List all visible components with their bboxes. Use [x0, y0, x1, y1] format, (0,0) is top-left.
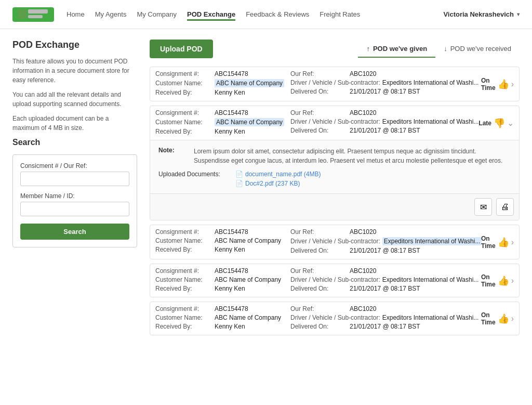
our-ref-key: Our Ref: [290, 109, 348, 116]
our-ref-val: ABC1020 [350, 305, 376, 312]
chevron-down-icon: ▾ [517, 11, 520, 17]
delivered-key: Delivered On: [290, 127, 348, 134]
nav-pod[interactable]: POD Exchange [187, 8, 235, 21]
customer-val: ABC Name of Company [215, 79, 284, 87]
customer-val: ABC Name of Company [215, 118, 284, 126]
customer-val: ABC Name of Company [215, 237, 281, 244]
delivered-val: 21/01/2017 @ 08:17 BST [350, 285, 420, 292]
record-left: Consignment #: ABC154478 Customer Name: … [155, 70, 290, 98]
consignment-label: Consicment # / Our Ref: [20, 162, 129, 169]
record-card: Consignment #: ABC154478 Customer Name: … [150, 225, 520, 259]
delivered-key: Delivered On: [290, 285, 348, 292]
page-content: POD Exchange This feature allows you to … [0, 29, 532, 350]
our-ref-val: ABC1020 [350, 267, 376, 275]
docs-row: Uploaded Documents: 📄 document_name.pdf … [158, 171, 511, 187]
record-row: Consignment #: ABC154478 Customer Name: … [150, 106, 519, 140]
sidebar: POD Exchange This feature allows you to … [12, 40, 137, 339]
record-right: Our Ref: ABC1020 Driver / Vehicle / Sub-… [290, 70, 483, 98]
consignment-key: Consignment #: [155, 109, 212, 116]
nav-agents[interactable]: My Agents [95, 8, 127, 21]
customer-val: ABC Name of Company [215, 314, 281, 321]
email-button[interactable]: ✉ [474, 198, 492, 216]
our-ref-val: ABC1020 [350, 70, 376, 77]
thumbs-up-icon: 👍 [498, 313, 509, 324]
sidebar-title: POD Exchange [12, 40, 137, 50]
sidebar-desc-3: Each uploaded document can be a maximum … [12, 114, 137, 133]
thumbs-down-icon: 👎 [494, 117, 505, 129]
docs-links: 📄 document_name.pdf (4MB) 📄 Doc#2.pdf (2… [235, 171, 321, 187]
tab-buttons: ↑ POD we've given ↓ POD we've received [358, 41, 520, 58]
record-left: Consignment #: ABC154478 Customer Name: … [155, 228, 290, 256]
action-bar: ✉ 🖨 [150, 193, 519, 220]
print-button[interactable]: 🖨 [496, 198, 514, 216]
member-label: Member Name / ID: [20, 192, 129, 200]
our-ref-key: Our Ref: [290, 267, 348, 275]
consignment-val: ABC154478 [215, 267, 248, 275]
record-status: Late 👎 ⌄ [483, 109, 514, 137]
nav-home[interactable]: Home [66, 8, 85, 21]
consignment-input[interactable] [20, 172, 129, 186]
chevron-right-icon[interactable]: › [511, 238, 514, 247]
doc-link-1[interactable]: 📄 document_name.pdf (4MB) [235, 171, 321, 178]
record-card: Consignment #: ABC154478 Customer Name: … [150, 302, 520, 335]
sidebar-desc-2: You can add all the relevant details and… [12, 90, 137, 109]
arrow-down-icon: ↓ [444, 45, 447, 53]
delivered-key: Delivered On: [290, 323, 348, 330]
search-heading: Search [12, 138, 137, 147]
consignment-key: Consignment #: [155, 305, 212, 312]
customer-key: Customer Name: [155, 80, 212, 87]
received-val: Kenny Ken [215, 285, 245, 292]
record-left: Consignment #: ABC154478 Customer Name: … [155, 109, 290, 137]
main-top-bar: Upload POD ↑ POD we've given ↓ POD we've… [150, 40, 520, 58]
delivered-val: 21/01/2017 @ 08:17 BST [350, 323, 420, 330]
status-label: On Time [481, 311, 496, 326]
member-input[interactable] [20, 202, 129, 216]
record-row: Consignment #: ABC154478 Customer Name: … [150, 67, 519, 101]
customer-val: ABC Name of Company [215, 276, 281, 283]
upload-pod-button[interactable]: Upload POD [150, 40, 213, 58]
user-menu[interactable]: Victoria Nekrashevich ▾ [443, 10, 520, 18]
record-card: Consignment #: ABC154478 Customer Name: … [150, 67, 520, 101]
tab-pod-given[interactable]: ↑ POD we've given [358, 41, 435, 58]
record-status: On Time 👍 › [483, 70, 514, 98]
search-button[interactable]: Search [20, 224, 129, 240]
doc-icon-2: 📄 [235, 180, 243, 187]
sidebar-desc-1: This feature allows you to document POD … [12, 57, 137, 85]
driver-val: Expeditors International of Washi... [382, 314, 479, 321]
note-key: Note: [158, 147, 190, 165]
record-status: On Time 👍 › [483, 305, 514, 332]
chevron-down-row-icon[interactable]: ⌄ [507, 118, 514, 128]
nav-feedback[interactable]: Feedback & Reviews [246, 8, 309, 21]
record-card: Consignment #: ABC154478 Customer Name: … [150, 264, 520, 297]
tab-given-label: POD we've given [373, 45, 427, 53]
chevron-right-icon[interactable]: › [511, 276, 514, 285]
chevron-right-icon[interactable]: › [511, 314, 514, 323]
customer-key: Customer Name: [155, 314, 212, 321]
our-ref-key: Our Ref: [290, 70, 348, 77]
status-label: Late [478, 120, 491, 127]
nav-freight[interactable]: Freight Rates [320, 8, 360, 21]
svg-rect-1 [28, 9, 48, 14]
driver-key: Driver / Vehicle / Sub-contractor: [290, 276, 380, 283]
consignment-val: ABC154478 [215, 109, 248, 116]
consignment-key: Consignment #: [155, 70, 212, 77]
customer-key: Customer Name: [155, 119, 212, 126]
nav-company[interactable]: My Company [137, 8, 177, 21]
received-val: Kenny Ken [215, 323, 245, 330]
thumbs-up-icon: 👍 [498, 237, 509, 248]
record-right: Our Ref: ABC1020 Driver / Vehicle / Sub-… [290, 228, 483, 256]
record-right: Our Ref: ABC1020 Driver / Vehicle / Sub-… [290, 109, 483, 137]
tab-pod-received[interactable]: ↓ POD we've received [435, 41, 520, 58]
doc-link-2[interactable]: 📄 Doc#2.pdf (237 KB) [235, 180, 321, 187]
chevron-right-icon[interactable]: › [511, 80, 514, 89]
status-label: On Time [481, 235, 496, 250]
driver-val: Expeditors International of Washi... [382, 237, 482, 245]
consignment-val: ABC154478 [215, 305, 248, 312]
expanded-section: Note: Lorem ipsum dolor sit amet, consec… [150, 140, 519, 193]
doc-icon-1: 📄 [235, 171, 243, 178]
received-val: Kenny Ken [215, 128, 245, 135]
received-key: Received By: [155, 246, 212, 253]
doc-name-1: document_name.pdf (4MB) [245, 171, 321, 178]
main-content: Upload POD ↑ POD we've given ↓ POD we've… [150, 40, 520, 339]
delivered-val: 21/01/2017 @ 08:17 BST [350, 88, 420, 95]
